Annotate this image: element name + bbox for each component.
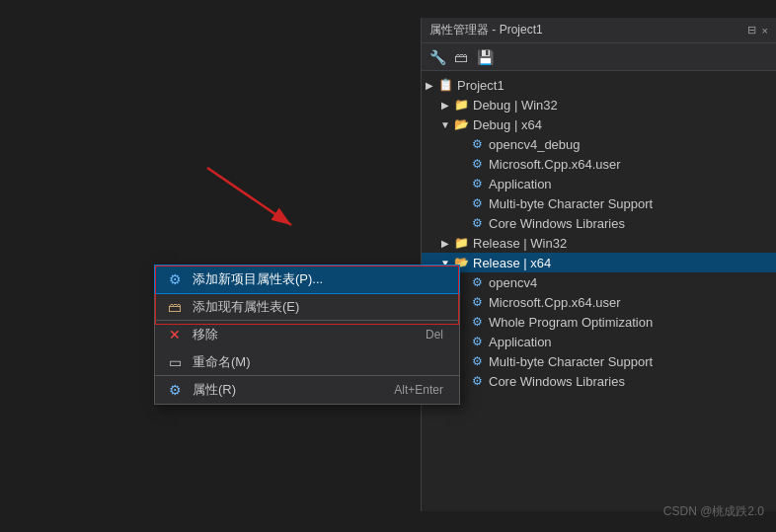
tree-item-label: Release | x64: [473, 256, 551, 270]
tree-item-icon-gear: ⚙: [469, 176, 485, 191]
tree-item-project1[interactable]: ▶📋Project1: [422, 75, 776, 95]
ctx-label-add-new: 添加新项目属性表(P)...: [193, 270, 443, 288]
tree-expand-arrow[interactable]: ▼: [437, 116, 453, 132]
tree-item-opencv4-debug[interactable]: ⚙opencv4_debug: [422, 134, 776, 154]
tree-item-label: Microsoft.Cpp.x64.user: [489, 295, 621, 310]
ctx-item-remove[interactable]: ✕移除Del: [155, 321, 459, 348]
tree-item-multibyte2[interactable]: ⚙Multi-byte Character Support: [422, 351, 776, 371]
tree-expand-arrow[interactable]: ▶: [437, 235, 453, 251]
tree-item-label: Core Windows Libraries: [489, 216, 625, 231]
tree-item-label: Debug | Win32: [473, 98, 558, 113]
tree-item-label: Application: [489, 177, 552, 191]
tree-item-debug-win32[interactable]: ▶📁Debug | Win32: [422, 95, 776, 114]
tree-item-icon-project: 📋: [437, 77, 453, 93]
tree-item-label: Debug | x64: [473, 117, 542, 132]
tree-item-label: opencv4: [489, 275, 537, 290]
ctx-icon-folder: 🗃: [165, 297, 185, 317]
tree-item-ms-cpp-x64[interactable]: ⚙Microsoft.Cpp.x64.user: [422, 154, 776, 174]
panel-pin-btn[interactable]: ⊟: [747, 24, 756, 37]
tree-item-label: Core Windows Libraries: [489, 374, 625, 389]
tree-item-icon-gear: ⚙: [469, 314, 485, 330]
context-menu: ⚙添加新项目属性表(P)...🗃添加现有属性表(E)✕移除Del▭重命名(M)⚙…: [154, 265, 460, 405]
toolbar-save-btn[interactable]: 💾: [475, 47, 495, 67]
tree-item-core-win-libs[interactable]: ⚙Core Windows Libraries: [422, 213, 776, 233]
tree-item-application2[interactable]: ⚙Application: [422, 332, 776, 351]
panel-titlebar: 属性管理器 - Project1 ⊟ ×: [422, 18, 776, 43]
tree-item-label: Application: [489, 335, 552, 349]
tree-item-label: Multi-byte Character Support: [489, 354, 653, 369]
tree-expand-arrow[interactable]: ▶: [437, 97, 453, 113]
tree-item-icon-gear: ⚙: [469, 334, 485, 349]
tree-item-whole-program[interactable]: ⚙Whole Program Optimization: [422, 312, 776, 332]
tree-expand-arrow[interactable]: ▶: [422, 77, 437, 93]
tree-view[interactable]: ▶📋Project1▶📁Debug | Win32▼📂Debug | x64⚙o…: [422, 71, 776, 511]
ctx-icon-rename: ▭: [165, 352, 185, 372]
tree-item-label: Project1: [457, 78, 504, 93]
tree-item-label: Release | Win32: [473, 236, 567, 251]
tree-item-icon-gear: ⚙: [469, 274, 485, 290]
tree-item-icon-folder: 📁: [453, 97, 469, 113]
ctx-label-rename: 重命名(M): [193, 353, 443, 371]
ctx-label-add-existing: 添加现有属性表(E): [193, 298, 443, 316]
tree-item-icon-gear: ⚙: [469, 353, 485, 369]
tree-item-icon-gear: ⚙: [469, 215, 485, 231]
ctx-shortcut-remove: Del: [426, 328, 443, 342]
tree-item-icon-gear: ⚙: [469, 136, 485, 152]
ctx-item-rename[interactable]: ▭重命名(M): [155, 348, 459, 376]
tree-item-core-win-libs2[interactable]: ⚙Core Windows Libraries: [422, 371, 776, 391]
tree-item-icon-folder-open: 📂: [453, 116, 469, 132]
tree-item-icon-gear: ⚙: [469, 373, 485, 389]
ctx-icon-red-x: ✕: [165, 325, 185, 344]
tree-item-label: opencv4_debug: [489, 137, 581, 152]
ctx-icon-gear: ⚙: [165, 380, 185, 400]
toolbar-wrench-btn[interactable]: 🔧: [427, 47, 447, 67]
ctx-label-remove: 移除: [193, 326, 406, 343]
tree-item-debug-x64[interactable]: ▼📂Debug | x64: [422, 114, 776, 134]
tree-item-multibyte[interactable]: ⚙Multi-byte Character Support: [422, 193, 776, 213]
tree-item-label: Whole Program Optimization: [489, 315, 653, 330]
panel-title: 属性管理器 - Project1: [429, 22, 543, 38]
tree-item-label: Multi-byte Character Support: [489, 196, 653, 211]
ctx-shortcut-properties: Alt+Enter: [394, 383, 443, 397]
tree-item-release-x64[interactable]: ▼📂Release | x64: [422, 253, 776, 272]
tree-item-label: Microsoft.Cpp.x64.user: [489, 157, 621, 172]
ctx-item-add-new[interactable]: ⚙添加新项目属性表(P)...: [155, 266, 459, 293]
tree-item-ms-cpp-x64-2[interactable]: ⚙Microsoft.Cpp.x64.user: [422, 292, 776, 312]
ctx-item-properties[interactable]: ⚙属性(R)Alt+Enter: [155, 376, 459, 404]
watermark: CSDN @桃成跌2.0: [663, 503, 764, 520]
ctx-icon-gear: ⚙: [165, 269, 185, 289]
toolbar-folder-btn[interactable]: 🗃: [451, 47, 471, 67]
property-panel: 属性管理器 - Project1 ⊟ × 🔧 🗃 💾 ▶📋Project1▶📁D…: [421, 18, 776, 511]
tree-item-application[interactable]: ⚙Application: [422, 174, 776, 193]
tree-item-icon-gear: ⚙: [469, 195, 485, 211]
panel-close-btn[interactable]: ×: [762, 25, 768, 37]
tree-item-opencv4[interactable]: ⚙opencv4: [422, 272, 776, 292]
tree-item-icon-gear: ⚙: [469, 294, 485, 310]
ctx-item-add-existing[interactable]: 🗃添加现有属性表(E): [155, 293, 459, 321]
tree-item-release-win32[interactable]: ▶📁Release | Win32: [422, 233, 776, 253]
panel-controls: ⊟ ×: [747, 24, 768, 37]
panel-toolbar: 🔧 🗃 💾: [422, 43, 776, 71]
ctx-label-properties: 属性(R): [193, 381, 374, 399]
tree-item-icon-folder: 📁: [453, 235, 469, 251]
tree-item-icon-gear: ⚙: [469, 156, 485, 172]
